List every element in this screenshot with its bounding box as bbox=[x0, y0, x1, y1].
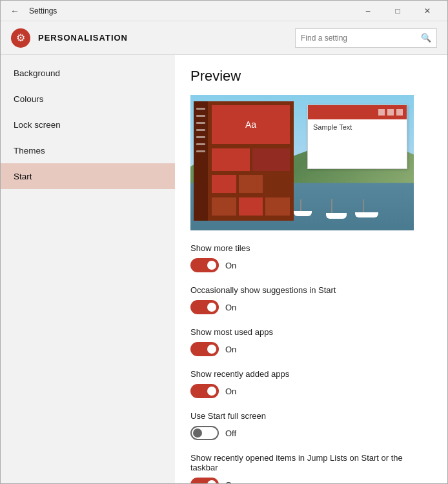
sidebar-item-lock-screen[interactable]: Lock screen bbox=[1, 112, 175, 137]
tiles-dot bbox=[196, 115, 205, 117]
toggle-knob bbox=[207, 303, 216, 312]
preview-container: Aa bbox=[190, 95, 414, 230]
setting-row-use-full-screen: Off bbox=[190, 426, 432, 440]
tile-mini-medium bbox=[239, 175, 263, 193]
search-box[interactable]: 🔍 bbox=[295, 28, 437, 48]
header-title: PERSONALISATION bbox=[38, 33, 128, 43]
content-panel: Preview Aa bbox=[175, 55, 447, 484]
sample-titlebar-dot bbox=[396, 109, 403, 116]
setting-row-show-most-used: On bbox=[190, 342, 432, 356]
maximize-button[interactable]: □ bbox=[383, 1, 412, 21]
minimize-button[interactable]: – bbox=[353, 1, 383, 21]
setting-show-most-used: Show most used apps On bbox=[190, 327, 432, 356]
setting-label-show-more-tiles: Show more tiles bbox=[190, 243, 432, 253]
sample-titlebar bbox=[308, 105, 407, 119]
toggle-knob bbox=[207, 480, 216, 484]
tiles-right-panel: Aa bbox=[208, 101, 294, 221]
tile-row bbox=[212, 175, 290, 195]
toggle-status-show-suggestions: On bbox=[225, 303, 236, 312]
toggle-show-suggestions[interactable] bbox=[190, 300, 219, 314]
tiles-dot bbox=[196, 150, 205, 152]
setting-row-show-recently-added: On bbox=[190, 384, 432, 398]
sidebar-item-start[interactable]: Start bbox=[1, 163, 175, 189]
tile-mini bbox=[239, 197, 263, 216]
setting-show-recently-added: Show recently added apps On bbox=[190, 369, 432, 398]
boat-hull bbox=[294, 211, 312, 216]
tiles-dot bbox=[196, 129, 205, 131]
setting-label-use-full-screen: Use Start full screen bbox=[190, 411, 432, 421]
tiles-dot bbox=[196, 108, 205, 110]
setting-row-show-suggestions: On bbox=[190, 300, 432, 314]
titlebar-left: ← Settings bbox=[6, 2, 57, 20]
setting-show-more-tiles: Show more tiles On bbox=[190, 243, 432, 272]
toggle-status-show-more-tiles: On bbox=[225, 261, 236, 270]
sidebar-item-background[interactable]: Background bbox=[1, 60, 175, 86]
header: ⚙ PERSONALISATION 🔍 bbox=[1, 21, 447, 55]
setting-row-show-recently-opened: On bbox=[190, 478, 432, 484]
setting-show-recently-opened: Show recently opened items in Jump Lists… bbox=[190, 453, 432, 484]
toggle-status-show-most-used: On bbox=[225, 345, 236, 354]
sample-content: Sample Text bbox=[308, 119, 407, 135]
tile-mini-dark bbox=[265, 175, 290, 193]
boat-hull bbox=[326, 213, 347, 219]
toggle-status-show-recently-added: On bbox=[225, 387, 236, 396]
boat-3 bbox=[355, 199, 378, 217]
sample-window: Sample Text bbox=[307, 105, 407, 169]
sidebar-item-colours[interactable]: Colours bbox=[1, 86, 175, 112]
toggle-knob bbox=[207, 261, 216, 270]
tile-row-2 bbox=[212, 197, 290, 217]
toggle-use-full-screen[interactable] bbox=[190, 426, 219, 440]
toggle-show-recently-added[interactable] bbox=[190, 384, 219, 398]
sidebar-item-themes[interactable]: Themes bbox=[1, 137, 175, 163]
boat-hull bbox=[355, 212, 378, 217]
setting-row-show-more-tiles: On bbox=[190, 258, 432, 272]
setting-label-show-suggestions: Occasionally show suggestions in Start bbox=[190, 285, 432, 295]
setting-label-show-recently-added: Show recently added apps bbox=[190, 369, 432, 379]
tile-small bbox=[212, 148, 250, 171]
header-left: ⚙ PERSONALISATION bbox=[11, 28, 128, 48]
close-button[interactable]: ✕ bbox=[412, 1, 442, 21]
setting-label-show-most-used: Show most used apps bbox=[190, 327, 432, 337]
back-button[interactable]: ← bbox=[6, 2, 24, 20]
tile-mini bbox=[265, 197, 290, 216]
tiles-dot bbox=[196, 143, 205, 145]
sample-titlebar-dot bbox=[378, 109, 385, 116]
setting-label-show-recently-opened: Show recently opened items in Jump Lists… bbox=[190, 453, 432, 472]
toggle-status-use-full-screen: Off bbox=[225, 429, 236, 438]
sample-text-label: Sample Text bbox=[313, 123, 352, 131]
sample-titlebar-dot bbox=[387, 109, 394, 116]
tiles-dot bbox=[196, 136, 205, 138]
toggle-knob bbox=[193, 429, 202, 438]
boat-mast bbox=[300, 199, 301, 211]
setting-show-suggestions: Occasionally show suggestions in Start O… bbox=[190, 285, 432, 314]
tile-large: Aa bbox=[212, 105, 290, 144]
toggle-show-recently-opened[interactable] bbox=[190, 478, 219, 484]
sample-titlebar-controls bbox=[378, 109, 403, 116]
sidebar: Background Colours Lock screen Themes St… bbox=[1, 55, 175, 484]
tile-small-dark bbox=[252, 148, 290, 171]
tiles-preview: Aa bbox=[194, 101, 294, 221]
boat-mast bbox=[363, 199, 364, 212]
toggle-show-more-tiles[interactable] bbox=[190, 258, 219, 272]
search-input[interactable] bbox=[301, 34, 421, 43]
titlebar-title: Settings bbox=[29, 6, 57, 15]
titlebar-controls: – □ ✕ bbox=[353, 1, 442, 21]
toggle-knob bbox=[207, 345, 216, 354]
boat-1 bbox=[294, 199, 312, 216]
toggle-status-show-recently-opened: On bbox=[225, 480, 236, 485]
titlebar: ← Settings – □ ✕ bbox=[1, 1, 447, 21]
search-icon: 🔍 bbox=[421, 33, 431, 43]
content-title: Preview bbox=[190, 68, 432, 85]
tile-mini bbox=[212, 197, 236, 216]
boat-2 bbox=[326, 199, 347, 219]
tile-mini bbox=[212, 175, 236, 193]
boat-mast bbox=[331, 199, 332, 213]
gear-icon: ⚙ bbox=[11, 28, 30, 48]
main-layout: Background Colours Lock screen Themes St… bbox=[1, 55, 447, 484]
tiles-dot bbox=[196, 122, 205, 124]
toggle-show-most-used[interactable] bbox=[190, 342, 219, 356]
setting-use-full-screen: Use Start full screen Off bbox=[190, 411, 432, 440]
tiles-left-panel bbox=[194, 101, 208, 221]
toggle-knob bbox=[207, 387, 216, 396]
